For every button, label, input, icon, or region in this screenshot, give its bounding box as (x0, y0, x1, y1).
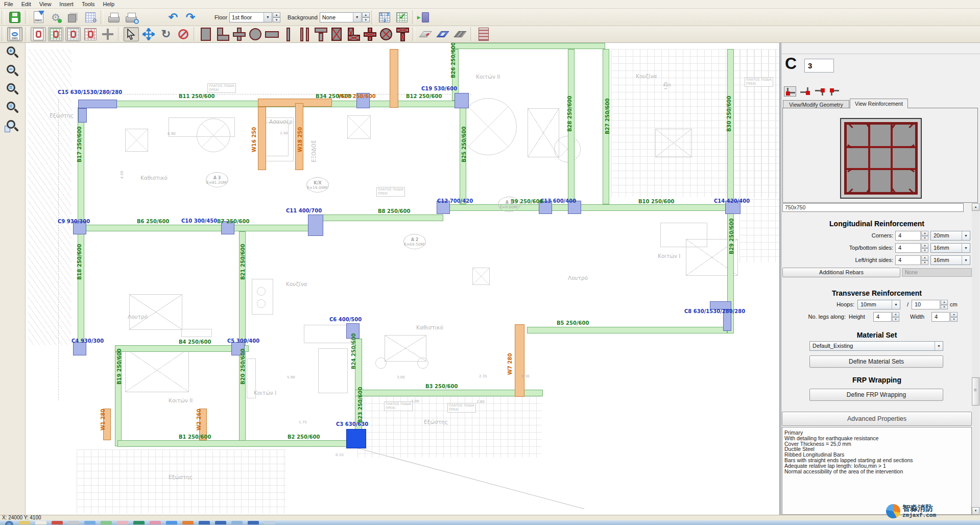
grid-settings-button[interactable]: ⚙ (83, 10, 98, 25)
plan-beam[interactable] (452, 43, 605, 49)
wall-single-button[interactable] (280, 27, 296, 42)
redo-button[interactable]: ↷ (183, 10, 198, 25)
zoom-out-icon[interactable]: − (5, 64, 20, 80)
delete-button[interactable] (176, 27, 191, 41)
legs-width-stepper[interactable]: ▲▼ (950, 312, 958, 322)
menu-tools[interactable]: Tools (78, 1, 99, 8)
plan-column[interactable] (455, 93, 469, 108)
select-button[interactable] (124, 27, 139, 41)
floor-stepper[interactable]: ▲▼ (273, 12, 280, 22)
column-rect-existing-button[interactable] (329, 27, 345, 42)
background-stepper[interactable]: ▲▼ (362, 12, 370, 22)
legs-height-input[interactable]: 4 (873, 312, 892, 322)
define-material-sets-button[interactable]: Define Material Sets (809, 355, 943, 368)
background-dropdown[interactable]: None▼ (320, 12, 362, 22)
taskbar-app-icon[interactable] (215, 521, 226, 524)
start-orb-icon[interactable] (5, 521, 13, 525)
menu-insert[interactable]: Insert (55, 1, 78, 8)
column-circle-button[interactable] (248, 27, 263, 42)
building-3d-button[interactable] (476, 27, 491, 41)
taskbar-app-icon[interactable] (68, 521, 79, 524)
floor-dropdown[interactable]: 1st floor▼ (229, 12, 272, 22)
wall-double-button[interactable] (297, 27, 312, 42)
check-model-button[interactable]: ✓ (394, 10, 410, 25)
export-dwg-button[interactable]: DWG (31, 10, 46, 25)
plan-column[interactable] (78, 108, 87, 123)
plan-wall[interactable] (390, 49, 398, 108)
settings-button[interactable]: ⚙ (48, 10, 63, 25)
column-cross-button[interactable] (231, 27, 247, 42)
menu-file[interactable]: File (0, 1, 17, 8)
plan-beam[interactable] (527, 327, 727, 333)
long-count-input[interactable]: 4 (895, 255, 921, 265)
hoops-spacing-stepper[interactable]: ▲▼ (941, 300, 948, 309)
taskbar-app-icon[interactable] (264, 521, 275, 524)
plan-column[interactable] (308, 214, 323, 236)
material-set-dropdown[interactable]: Default_Existing▼ (809, 341, 943, 351)
column-l-existing-button[interactable] (346, 27, 361, 42)
tab-view-reinforcement[interactable]: View Reinforcement (850, 99, 908, 108)
column-number-input[interactable]: 3 (804, 59, 834, 73)
long-diameter-dropdown[interactable]: 20mm▼ (930, 231, 970, 241)
rebar-corner-icon-2[interactable] (799, 86, 811, 97)
taskbar-app-icon[interactable] (19, 521, 30, 524)
plan-wall[interactable] (258, 107, 266, 170)
taskbar-app-icon[interactable] (35, 521, 46, 524)
rebar-corner-icon-4[interactable] (828, 86, 841, 97)
taskbar-app-icon[interactable] (199, 521, 210, 524)
long-count-stepper[interactable]: ▲▼ (921, 255, 928, 265)
plan-beam[interactable] (117, 440, 350, 447)
long-diameter-dropdown[interactable]: 16mm▼ (930, 243, 970, 253)
taskbar-app-icon[interactable] (84, 521, 95, 524)
plan-beam[interactable] (437, 204, 740, 211)
zoom-extents-icon[interactable]: = (5, 83, 20, 98)
column-tee-existing-button[interactable] (395, 27, 410, 42)
plan-beam[interactable] (74, 225, 323, 231)
plan-column-selected[interactable] (346, 429, 366, 448)
taskbar-app-icon[interactable] (166, 521, 177, 524)
column-circle-existing-button[interactable] (378, 27, 394, 42)
rebar-corner-icon-3[interactable] (814, 86, 826, 97)
plan-beam[interactable] (312, 214, 443, 221)
view-dwg-underlay-button[interactable]: DWG (7, 27, 22, 41)
hoops-spacing-input[interactable]: 10 (912, 300, 940, 309)
view-3d-button[interactable] (65, 10, 81, 25)
define-frp-wrapping-button[interactable]: Define FRP Wrapping (809, 389, 943, 401)
plan-column[interactable] (78, 100, 117, 108)
plan-column[interactable] (73, 342, 86, 355)
taskbar-app-icon[interactable] (231, 521, 243, 524)
windows-taskbar[interactable] (0, 520, 980, 525)
taskbar-app-icon[interactable] (248, 521, 259, 524)
grid-cross-button[interactable] (100, 27, 115, 41)
plan-wall[interactable] (515, 324, 524, 397)
menu-view[interactable]: View (35, 1, 56, 8)
print-button[interactable] (106, 10, 122, 25)
long-diameter-dropdown[interactable]: 16mm▼ (930, 255, 970, 265)
slab-ramp-button[interactable] (452, 27, 468, 41)
long-count-input[interactable]: 4 (895, 243, 921, 253)
grid-column-green-button[interactable] (48, 27, 63, 41)
rebar-corner-icon-1[interactable] (784, 86, 796, 97)
zoom-in-icon[interactable]: + (5, 46, 20, 61)
legs-height-stepper[interactable]: ▲▼ (892, 312, 899, 322)
long-count-stepper[interactable]: ▲▼ (921, 231, 928, 241)
additional-rebars-button[interactable]: Additional Rebars (782, 268, 900, 277)
taskbar-app-icon[interactable] (52, 521, 63, 524)
long-count-stepper[interactable]: ▲▼ (921, 243, 928, 253)
taskbar-app-icon[interactable] (101, 521, 112, 524)
panel-scrollbar-thumb[interactable] (972, 377, 979, 405)
section-size-value[interactable]: 750x750 (782, 203, 964, 212)
slab-flat-button[interactable] (418, 27, 433, 41)
long-count-input[interactable]: 4 (895, 231, 921, 241)
move-button[interactable] (141, 27, 156, 41)
taskbar-app-icon[interactable] (182, 521, 194, 524)
zoom-window-icon[interactable] (5, 120, 20, 135)
menu-edit[interactable]: Edit (17, 1, 35, 8)
column-wide-rect-button[interactable] (264, 27, 279, 42)
column-cross-existing-button[interactable] (362, 27, 377, 42)
zoom-objects-icon[interactable]: ≡ (5, 101, 20, 116)
exit-button[interactable] (418, 10, 433, 25)
tab-view-modify-geometry[interactable]: View/Modify Geometry (783, 100, 849, 108)
rotate-button[interactable]: ↻ (158, 27, 174, 41)
taskbar-app-icon[interactable] (117, 521, 128, 524)
